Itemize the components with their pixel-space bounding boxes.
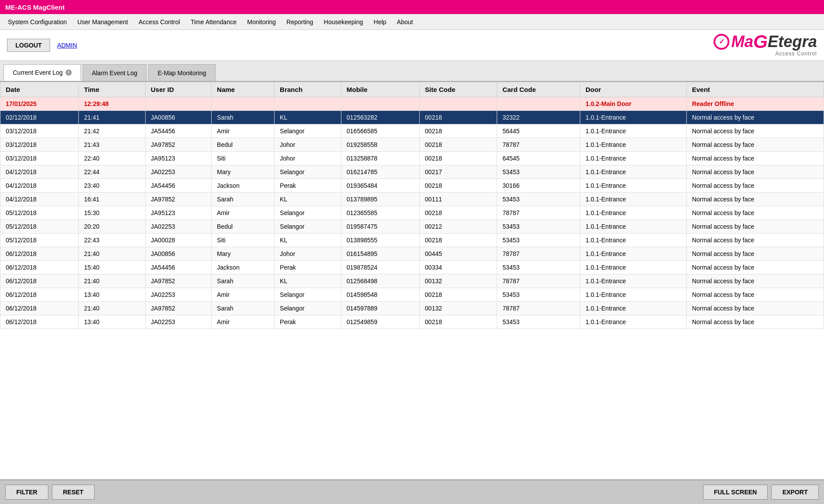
table-head: DateTimeUser IDNameBranchMobileSite Code…: [0, 82, 824, 97]
cell-branch: KL: [275, 274, 341, 288]
menu-item-reporting[interactable]: Reporting: [282, 16, 318, 28]
cell-user-id: JA02253: [145, 288, 211, 302]
fullscreen-button[interactable]: FULL SCREEN: [703, 485, 768, 500]
export-button[interactable]: EXPORT: [771, 485, 819, 500]
cell-user-id: [145, 97, 211, 111]
menu-item-user-management[interactable]: User Management: [73, 16, 132, 28]
table-row[interactable]: 03/12/201821:42JA54456AmirSelangor016566…: [0, 124, 824, 138]
cell-branch: KL: [275, 193, 341, 206]
cell-site-code: 00111: [419, 193, 497, 206]
cell-card-code: 53453: [497, 288, 580, 302]
reset-button[interactable]: RESET: [52, 485, 95, 500]
cell-date: 03/12/2018: [0, 152, 79, 165]
cell-site-code: 00218: [419, 206, 497, 220]
table-row[interactable]: 04/12/201822:44JA02253MarySelangor016214…: [0, 165, 824, 179]
tab-alarm-event-log[interactable]: Alarm Event Log: [83, 64, 147, 81]
cell-name: Amir: [212, 315, 275, 329]
table-row[interactable]: 06/12/201821:40JA97852SarahSelangor01459…: [0, 302, 824, 315]
cell-mobile: 012563282: [341, 111, 419, 124]
cell-site-code: 00217: [419, 165, 497, 179]
table-row[interactable]: 04/12/201823:40JA54456JacksonPerak019365…: [0, 179, 824, 193]
cell-date: 03/12/2018: [0, 124, 79, 138]
cell-mobile: 013789895: [341, 193, 419, 206]
cell-branch: Selangor: [275, 220, 341, 234]
cell-event: Normal access by face: [686, 124, 824, 138]
table-row[interactable]: 06/12/201815:40JA54456JacksonPerak019878…: [0, 261, 824, 274]
col-header-mobile: Mobile: [341, 82, 419, 97]
cell-event: Normal access by face: [686, 111, 824, 124]
cell-card-code: 32322: [497, 111, 580, 124]
cell-event: Normal access by face: [686, 274, 824, 288]
table-row[interactable]: 04/12/201816:41JA97852SarahKL01378989500…: [0, 193, 824, 206]
cell-date: 06/12/2018: [0, 274, 79, 288]
menu-item-about[interactable]: About: [392, 16, 417, 28]
cell-date: 06/12/2018: [0, 288, 79, 302]
cell-branch: Johor: [275, 247, 341, 261]
cell-user-id: JA97852: [145, 274, 211, 288]
cell-name: Mary: [212, 165, 275, 179]
admin-link[interactable]: ADMIN: [57, 42, 77, 49]
cell-card-code: 78787: [497, 274, 580, 288]
col-header-time: Time: [79, 82, 146, 97]
table-row[interactable]: 03/12/201821:43JA97852BedulJohor01925855…: [0, 138, 824, 152]
cell-user-id: JA00856: [145, 111, 211, 124]
table-row[interactable]: 05/12/201815:30JA95123AmirSelangor012365…: [0, 206, 824, 220]
cell-time: 21:40: [79, 302, 146, 315]
cell-door: 1.0.1-Entrance: [580, 220, 686, 234]
bottom-right: FULL SCREEN EXPORT: [703, 485, 819, 500]
cell-door: 1.0.1-Entrance: [580, 179, 686, 193]
cell-branch: Perak: [275, 261, 341, 274]
menu-item-system-configuration[interactable]: System Configuration: [4, 16, 71, 28]
cell-site-code: 00132: [419, 302, 497, 315]
cell-date: 06/12/2018: [0, 302, 79, 315]
cell-door: 1.0.1-Entrance: [580, 165, 686, 179]
table-row[interactable]: 06/12/201821:40JA97852SarahKL01256849800…: [0, 274, 824, 288]
menu-item-housekeeping[interactable]: Housekeeping: [319, 16, 368, 28]
cell-branch: Selangor: [275, 165, 341, 179]
cell-event: Normal access by face: [686, 220, 824, 234]
menu-item-time-attendance[interactable]: Time Attendance: [186, 16, 241, 28]
cell-name: Jackson: [212, 261, 275, 274]
tab-close-current-event-log[interactable]: ×: [66, 69, 72, 76]
table-row[interactable]: 06/12/201813:40JA02253AmirPerak012549859…: [0, 315, 824, 329]
table-container[interactable]: DateTimeUser IDNameBranchMobileSite Code…: [0, 82, 824, 479]
cell-time: 23:40: [79, 179, 146, 193]
col-header-date: Date: [0, 82, 79, 97]
table-row[interactable]: 03/12/201822:40JA95123SitiJohor013258878…: [0, 152, 824, 165]
cell-site-code: 00218: [419, 138, 497, 152]
table-row[interactable]: 05/12/201820:20JA02253BedulSelangor01958…: [0, 220, 824, 234]
menu-item-help[interactable]: Help: [369, 16, 391, 28]
cell-date: 05/12/2018: [0, 220, 79, 234]
cell-card-code: 78787: [497, 138, 580, 152]
cell-mobile: 019878524: [341, 261, 419, 274]
cell-event: Reader Offline: [686, 97, 824, 111]
table-row[interactable]: 06/12/201813:40JA02253AmirSelangor014598…: [0, 288, 824, 302]
filter-button[interactable]: FILTER: [5, 485, 48, 500]
cell-door: 1.0.1-Entrance: [580, 124, 686, 138]
logout-button[interactable]: LOGOUT: [7, 39, 50, 52]
cell-door: 1.0.1-Entrance: [580, 302, 686, 315]
cell-branch: KL: [275, 111, 341, 124]
cell-card-code: 53453: [497, 261, 580, 274]
cell-mobile: [341, 97, 419, 111]
tab-emap-monitoring[interactable]: E-Map Monitoring: [148, 64, 216, 81]
table-row[interactable]: 02/12/201821:41JA00856SarahKL01256328200…: [0, 111, 824, 124]
col-header-site-code: Site Code: [419, 82, 497, 97]
cell-time: 16:41: [79, 193, 146, 206]
logo-mag: M: [731, 34, 744, 50]
cell-time: 15:40: [79, 261, 146, 274]
cell-card-code: 64545: [497, 152, 580, 165]
table-row[interactable]: 17/01/202512:29:481.0.2-Main DoorReader …: [0, 97, 824, 111]
menu-item-monitoring[interactable]: Monitoring: [243, 16, 280, 28]
cell-name: Sarah: [212, 302, 275, 315]
title-bar: ME-ACS MagClient: [0, 0, 824, 14]
cell-event: Normal access by face: [686, 152, 824, 165]
cell-branch: Selangor: [275, 288, 341, 302]
cell-site-code: 00218: [419, 124, 497, 138]
table-row[interactable]: 05/12/201822:43JA00028SitiKL013898555002…: [0, 234, 824, 247]
cell-name: Bedul: [212, 138, 275, 152]
cell-name: Amir: [212, 206, 275, 220]
menu-item-access-control[interactable]: Access Control: [134, 16, 184, 28]
tab-current-event-log[interactable]: Current Event Log×: [4, 64, 81, 81]
table-row[interactable]: 06/12/201821:40JA00856MaryJohor016154895…: [0, 247, 824, 261]
